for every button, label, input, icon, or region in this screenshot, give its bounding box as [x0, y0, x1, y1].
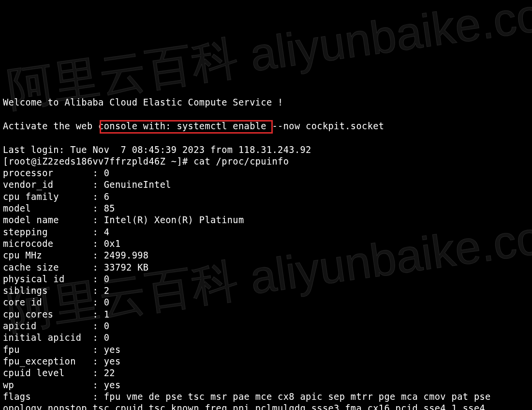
- shell-prompt-line: [root@iZ2zeds186vv7ffrzpld46Z ~]# cat /p…: [3, 156, 289, 167]
- cpuinfo-cpu-cores: cpu cores : 1: [3, 309, 109, 319]
- last-login-line: Last login: Tue Nov 7 08:45:39 2023 from…: [3, 145, 311, 155]
- cpuinfo-fpu: fpu : yes: [3, 345, 120, 355]
- terminal-output: Welcome to Alibaba Cloud Elastic Compute…: [3, 97, 529, 410]
- cpuinfo-vendor-id: vendor_id : GenuineIntel: [3, 180, 171, 190]
- cpuinfo-stepping: stepping : 4: [3, 227, 109, 237]
- cpuinfo-apicid: apicid : 0: [3, 321, 109, 331]
- cpuinfo-flags: flags : fpu vme de pse tsc msr pae mce c…: [3, 392, 491, 402]
- terminal-window[interactable]: 阿里云百科 aliyunbaike.com 阿里云百科 aliyunbaike.…: [0, 0, 532, 410]
- cpuinfo-flags-wrap: opology nonstop_tsc cpuid tsc_known_freq…: [3, 403, 491, 410]
- cpuinfo-processor: processor : 0: [3, 168, 109, 178]
- cpuinfo-cpu-family: cpu family : 6: [3, 192, 109, 202]
- cpuinfo-siblings: siblings : 2: [3, 286, 109, 296]
- cpuinfo-fpu-exception: fpu_exception : yes: [3, 356, 120, 366]
- cpuinfo-cpuid-level: cpuid level : 22: [3, 368, 115, 378]
- welcome-line: Welcome to Alibaba Cloud Elastic Compute…: [3, 97, 283, 107]
- cpuinfo-model-name: model name : Intel(R) Xeon(R) Platinum: [3, 215, 244, 225]
- activate-line: Activate the web console with: systemctl…: [3, 121, 384, 131]
- cpuinfo-physical-id: physical id : 0: [3, 274, 109, 284]
- cpuinfo-model: model : 85: [3, 203, 115, 213]
- cpuinfo-initial-apicid: initial apicid : 0: [3, 333, 109, 343]
- cpuinfo-core-id: core id : 0: [3, 297, 109, 307]
- cpuinfo-cache-size: cache size : 33792 KB: [3, 262, 148, 273]
- cpuinfo-microcode: microcode : 0x1: [3, 239, 120, 249]
- cpuinfo-cpu-mhz: cpu MHz : 2499.998: [3, 250, 148, 260]
- watermark-text: 阿里云百科 aliyunbaike.com: [7, 3, 532, 95]
- cpuinfo-wp: wp : yes: [3, 380, 120, 390]
